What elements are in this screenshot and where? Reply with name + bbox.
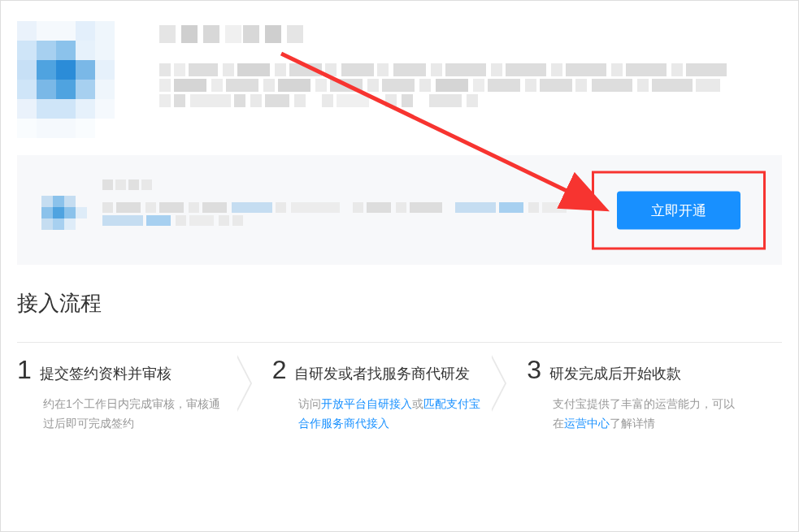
step-1-label: 提交签约资料并审核 xyxy=(40,364,172,383)
step-2-link-1[interactable]: 开放平台自研接入 xyxy=(321,397,412,410)
open-now-button[interactable]: 立即开通 xyxy=(617,191,740,229)
step-3-number: 3 xyxy=(527,355,541,385)
action-button-highlight: 立即开通 xyxy=(592,171,766,249)
step-2-desc-mid: 或 xyxy=(412,397,423,410)
product-title-blurred xyxy=(159,25,782,43)
step-2-number: 2 xyxy=(272,355,287,385)
step-2-desc-prefix: 访问 xyxy=(298,397,321,410)
step-3-desc: 支付宝提供了丰富的运营能力，可以在运营中心了解详情 xyxy=(527,395,741,434)
product-logo-blurred xyxy=(17,21,135,139)
info-panel: 立即开通 xyxy=(17,155,782,265)
flow-title: 接入流程 xyxy=(17,289,782,318)
step-1: 1 提交签约资料并审核 约在1个工作日内完成审核，审核通过后即可完成签约 xyxy=(17,342,272,434)
step-3-link-1[interactable]: 运营中心 xyxy=(564,417,610,430)
step-1-number: 1 xyxy=(17,355,32,385)
step-2: 2 自研发或者找服务商代研发 访问开放平台自研接入或匹配支付宝合作服务商代接入 xyxy=(272,342,528,434)
step-3-desc-suffix: 了解详情 xyxy=(610,417,655,430)
step-3-label: 研发完成后开始收款 xyxy=(549,364,681,383)
step-2-label: 自研发或者找服务商代研发 xyxy=(294,364,470,383)
header-section xyxy=(1,1,798,155)
flow-section: 接入流程 1 提交签约资料并审核 约在1个工作日内完成审核，审核通过后即可完成签… xyxy=(1,265,798,450)
step-1-desc: 约在1个工作日内完成审核，审核通过后即可完成签约 xyxy=(17,395,232,434)
step-3: 3 研发完成后开始收款 支付宝提供了丰富的运营能力，可以在运营中心了解详情 xyxy=(527,342,782,434)
header-text-blurred xyxy=(159,21,782,139)
info-logo-blurred xyxy=(41,196,86,240)
steps-container: 1 提交签约资料并审核 约在1个工作日内完成审核，审核通过后即可完成签约 2 自… xyxy=(17,342,782,434)
step-2-desc: 访问开放平台自研接入或匹配支付宝合作服务商代接入 xyxy=(272,395,487,434)
product-desc-blurred xyxy=(159,63,777,110)
